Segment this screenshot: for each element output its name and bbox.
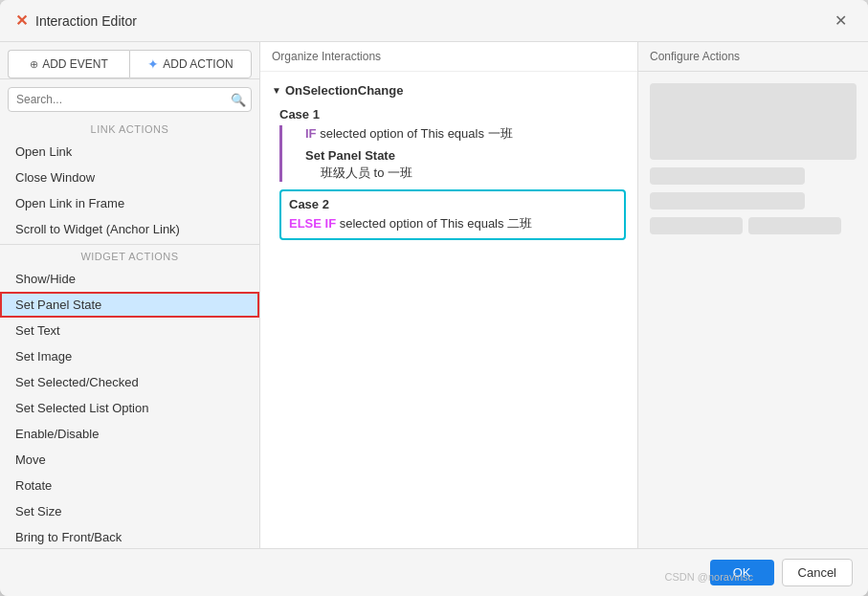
- close-dialog-button[interactable]: ✕: [829, 10, 853, 32]
- case1-condition: IF selected option of This equals 一班: [305, 125, 626, 143]
- config-placeholder-1: [650, 167, 805, 185]
- search-icon-button[interactable]: 🔍: [231, 93, 246, 107]
- event-row: ▼ OnSelectionChange: [272, 83, 626, 98]
- config-placeholder-2: [650, 192, 805, 210]
- list-item-close-window[interactable]: Close Window: [0, 165, 259, 190]
- case1-condition-detail: selected option of This equals 一班: [320, 126, 512, 141]
- case1-header: Case 1: [279, 107, 626, 121]
- add-event-label: ADD EVENT: [42, 57, 108, 71]
- middle-panel-header: Organize Interactions: [260, 42, 637, 72]
- link-actions-header: LINK ACTIONS: [0, 120, 259, 139]
- list-item-set-panel-state[interactable]: Set Panel State: [0, 292, 259, 318]
- middle-panel: Organize Interactions ▼ OnSelectionChang…: [260, 42, 638, 548]
- list-item-show-hide[interactable]: Show/Hide: [0, 266, 259, 292]
- case1-action-label: Set Panel State: [305, 148, 626, 163]
- list-item-open-link[interactable]: Open Link: [0, 139, 259, 165]
- search-container: 🔍: [0, 79, 259, 120]
- app-icon: ✕: [15, 11, 28, 30]
- case2-condition-detail: selected option of This equals 二班: [340, 216, 532, 231]
- list-item-set-selected-checked[interactable]: Set Selected/Checked: [0, 369, 259, 395]
- search-input[interactable]: [8, 87, 252, 112]
- add-action-label: ADD ACTION: [163, 57, 233, 71]
- list-item-set-text[interactable]: Set Text: [0, 318, 259, 343]
- else-if-keyword: ELSE IF: [289, 216, 336, 231]
- config-preview-box: [650, 83, 857, 160]
- configure-content: [638, 72, 868, 246]
- case2-header: Case 2: [289, 197, 616, 211]
- event-icon: ⊕: [30, 58, 38, 71]
- right-panel: Configure Actions: [638, 42, 868, 548]
- interaction-editor-dialog: ✕ Interaction Editor ✕ ⊕ ADD EVENT ✦ ADD…: [0, 0, 868, 596]
- widget-actions-header: WIDGET ACTIONS: [0, 247, 259, 266]
- cancel-button[interactable]: Cancel: [782, 559, 853, 586]
- list-item-scroll-to-widget[interactable]: Scroll to Widget (Anchor Link): [0, 216, 259, 242]
- watermark: CSDN @noravinsc: [665, 571, 753, 583]
- title-bar: ✕ Interaction Editor ✕: [0, 0, 868, 42]
- dialog-title: Interaction Editor: [35, 13, 137, 29]
- collapse-icon[interactable]: ▼: [272, 85, 281, 96]
- config-placeholder-4: [748, 217, 841, 234]
- config-row-group: [650, 217, 857, 234]
- case1-block: Case 1 IF selected option of This equals…: [279, 107, 626, 182]
- list-item-enable-disable[interactable]: Enable/Disable: [0, 421, 259, 447]
- add-event-button[interactable]: ⊕ ADD EVENT: [8, 50, 129, 78]
- list-item-bring-to-front-back[interactable]: Bring to Front/Back: [0, 524, 259, 548]
- action-buttons: ⊕ ADD EVENT ✦ ADD ACTION: [0, 42, 259, 79]
- main-content: ⊕ ADD EVENT ✦ ADD ACTION 🔍 LINK ACTIONS …: [0, 42, 868, 548]
- interaction-content: ▼ OnSelectionChange Case 1 IF selected o…: [260, 72, 637, 548]
- config-placeholder-3: [650, 217, 743, 234]
- add-action-button[interactable]: ✦ ADD ACTION: [129, 50, 252, 78]
- action-icon: ✦: [147, 56, 159, 72]
- actions-list: LINK ACTIONS Open Link Close Window Open…: [0, 120, 259, 548]
- right-panel-header: Configure Actions: [638, 42, 868, 72]
- list-item-rotate[interactable]: Rotate: [0, 473, 259, 498]
- event-name: OnSelectionChange: [285, 83, 404, 98]
- list-item-set-selected-list[interactable]: Set Selected List Option: [0, 395, 259, 421]
- if-keyword: IF: [305, 126, 317, 141]
- list-item-open-link-frame[interactable]: Open Link in Frame: [0, 190, 259, 216]
- case1-action-detail: 班级人员 to 一班: [321, 165, 626, 182]
- case1-content: IF selected option of This equals 一班 Set…: [279, 125, 626, 182]
- divider: [0, 244, 259, 245]
- list-item-move[interactable]: Move: [0, 447, 259, 473]
- list-item-set-image[interactable]: Set Image: [0, 343, 259, 369]
- left-panel: ⊕ ADD EVENT ✦ ADD ACTION 🔍 LINK ACTIONS …: [0, 42, 260, 548]
- case2-block[interactable]: Case 2 ELSE IF selected option of This e…: [279, 189, 626, 240]
- case2-condition: ELSE IF selected option of This equals 二…: [289, 215, 616, 232]
- list-item-set-size[interactable]: Set Size: [0, 498, 259, 524]
- title-bar-left: ✕ Interaction Editor: [15, 11, 137, 30]
